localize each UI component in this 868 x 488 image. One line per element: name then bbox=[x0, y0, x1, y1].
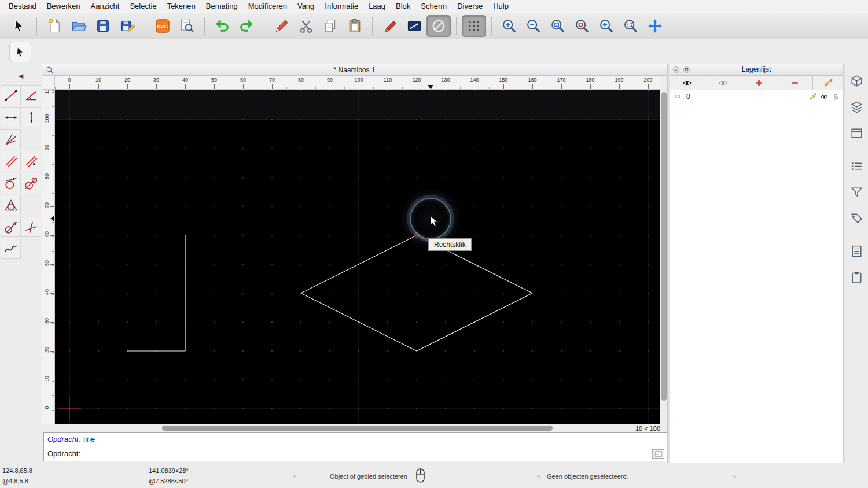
menu-item-tekenen[interactable]: Tekenen bbox=[162, 0, 201, 13]
ruler-pointer-x bbox=[428, 85, 433, 89]
paste-button[interactable] bbox=[343, 15, 367, 37]
redo-button[interactable] bbox=[234, 15, 259, 37]
menu-item-bestand[interactable]: Bestand bbox=[3, 0, 42, 13]
layer-row[interactable]: 0 bbox=[670, 90, 843, 103]
ruler-label-x: 180 bbox=[586, 77, 594, 83]
grid-toggle-button[interactable] bbox=[462, 15, 486, 37]
vertical-ruler-ticks bbox=[52, 90, 54, 424]
menu-item-blok[interactable]: Blok bbox=[391, 0, 415, 13]
clipboard-panel-panel-button[interactable] bbox=[847, 268, 866, 286]
show-all-layers-button[interactable] bbox=[670, 76, 705, 90]
zoom-out-button[interactable] bbox=[521, 15, 546, 37]
menu-item-bewerken[interactable]: Bewerken bbox=[42, 0, 86, 13]
save-as-button[interactable] bbox=[115, 15, 139, 37]
lock-icon bbox=[832, 93, 840, 101]
open-folder-button[interactable] bbox=[67, 15, 91, 37]
line-angle-button[interactable] bbox=[21, 85, 41, 105]
zoom-previous-button[interactable] bbox=[594, 15, 619, 37]
edit-pen-button[interactable] bbox=[378, 15, 402, 37]
lines-page-panel-button[interactable] bbox=[847, 242, 866, 260]
drawing-canvas[interactable]: Rechtsklik bbox=[55, 90, 660, 424]
ruler-tick-x bbox=[446, 84, 446, 89]
ruler-label-y: 20 bbox=[44, 344, 50, 356]
pencil-icon bbox=[823, 78, 833, 88]
copy-button[interactable] bbox=[318, 15, 343, 37]
circle-tangent-point-button[interactable] bbox=[1, 173, 21, 193]
menu-item-laag[interactable]: Laag bbox=[363, 0, 391, 13]
hide-all-layers-button[interactable] bbox=[705, 76, 741, 90]
line-vertical-button[interactable] bbox=[21, 107, 41, 127]
command-input[interactable] bbox=[84, 448, 652, 459]
delete-pen-button[interactable] bbox=[270, 15, 294, 37]
zoom-auto-button[interactable] bbox=[546, 15, 570, 37]
window-panel-button[interactable] bbox=[847, 124, 866, 142]
line-bisector-button[interactable] bbox=[1, 129, 21, 149]
modify-layer-button[interactable] bbox=[813, 76, 843, 90]
tag-panel-button[interactable] bbox=[847, 209, 866, 227]
new-doc-button[interactable] bbox=[42, 15, 67, 37]
line-orthogonal-button[interactable] bbox=[21, 217, 41, 237]
lines-page-icon bbox=[849, 244, 864, 258]
svg-export-icon: SVG bbox=[155, 18, 171, 34]
vertical-scrollbar-thumb[interactable] bbox=[661, 92, 667, 401]
command-history-value: line bbox=[83, 435, 95, 443]
layers-panel-button[interactable] bbox=[847, 98, 866, 116]
menu-item-bemating[interactable]: Bemating bbox=[201, 0, 243, 13]
ruler-label-x: 70 bbox=[269, 77, 275, 83]
command-options-button[interactable] bbox=[652, 449, 664, 459]
menu-item-hulp[interactable]: Hulp bbox=[488, 0, 514, 13]
tool-row bbox=[0, 107, 42, 127]
svg-text:SVG: SVG bbox=[157, 24, 168, 29]
circle-tangent-point-icon bbox=[3, 176, 19, 191]
box-3d-icon bbox=[849, 74, 864, 88]
document-tab-bar[interactable]: * Naamloos 1 bbox=[42, 64, 667, 76]
vertical-scrollbar[interactable] bbox=[660, 90, 667, 424]
print-preview-button[interactable] bbox=[175, 15, 199, 37]
tag-icon bbox=[849, 211, 864, 225]
add-layer-button[interactable] bbox=[741, 76, 777, 90]
line-two-points-icon bbox=[3, 88, 19, 103]
zoom-redraw-button[interactable] bbox=[570, 15, 594, 37]
remove-layer-button[interactable] bbox=[777, 76, 813, 90]
zoom-window-button[interactable] bbox=[619, 15, 643, 37]
horizontal-scrollbar[interactable] bbox=[55, 424, 628, 432]
list-panel-button[interactable] bbox=[847, 157, 866, 175]
color-chip-icon bbox=[673, 93, 683, 100]
line-horizontal-button[interactable] bbox=[1, 107, 21, 127]
cursor-button[interactable] bbox=[7, 15, 31, 37]
menu-item-diverse[interactable]: Diverse bbox=[452, 0, 488, 13]
zoom-pan-button[interactable] bbox=[643, 15, 667, 37]
layers-panel-toolbar bbox=[670, 76, 843, 90]
palette-collapse-button[interactable]: ◀ bbox=[0, 68, 42, 83]
ruler-tick-x bbox=[503, 84, 504, 89]
line-two-points-button[interactable] bbox=[1, 85, 21, 105]
circle-tangent-line-button[interactable] bbox=[21, 173, 41, 193]
circle-inscribed-button[interactable] bbox=[1, 195, 21, 215]
status-indicator bbox=[537, 475, 540, 478]
horizontal-scrollbar-thumb[interactable] bbox=[162, 426, 553, 431]
menu-item-selectie[interactable]: Selectie bbox=[124, 0, 161, 13]
freehand-line-button[interactable] bbox=[1, 239, 21, 259]
attributes-button[interactable] bbox=[402, 15, 426, 37]
toolbar-separator bbox=[264, 17, 264, 35]
menu-item-modificeren[interactable]: Modificeren bbox=[243, 0, 292, 13]
menu-item-aanzicht[interactable]: Aanzicht bbox=[86, 0, 125, 13]
undo-button[interactable] bbox=[210, 15, 234, 37]
toolbar-separator bbox=[372, 17, 373, 35]
zoom-in-button[interactable] bbox=[497, 15, 521, 37]
line-tangent-circle-button[interactable] bbox=[1, 217, 21, 237]
menu-item-informatie[interactable]: Informatie bbox=[319, 0, 363, 13]
box-3d-panel-button[interactable] bbox=[847, 72, 866, 90]
menu-item-scherm[interactable]: Scherm bbox=[415, 0, 452, 13]
line-parallel-button[interactable] bbox=[1, 151, 21, 171]
application-window: BestandBewerkenAanzichtSelectieTekenenBe… bbox=[0, 0, 868, 488]
circle-tangent-line-icon bbox=[24, 176, 39, 191]
svg-export-button[interactable]: SVG bbox=[150, 15, 175, 37]
line-parallel-through-point-button[interactable] bbox=[21, 151, 41, 171]
select-tool-button[interactable] bbox=[9, 42, 31, 62]
funnel-panel-button[interactable] bbox=[847, 183, 866, 201]
save-button[interactable] bbox=[91, 15, 115, 37]
cut-button[interactable] bbox=[294, 15, 318, 37]
circle-slash-button[interactable] bbox=[426, 15, 451, 37]
menu-item-vang[interactable]: Vang bbox=[292, 0, 319, 13]
